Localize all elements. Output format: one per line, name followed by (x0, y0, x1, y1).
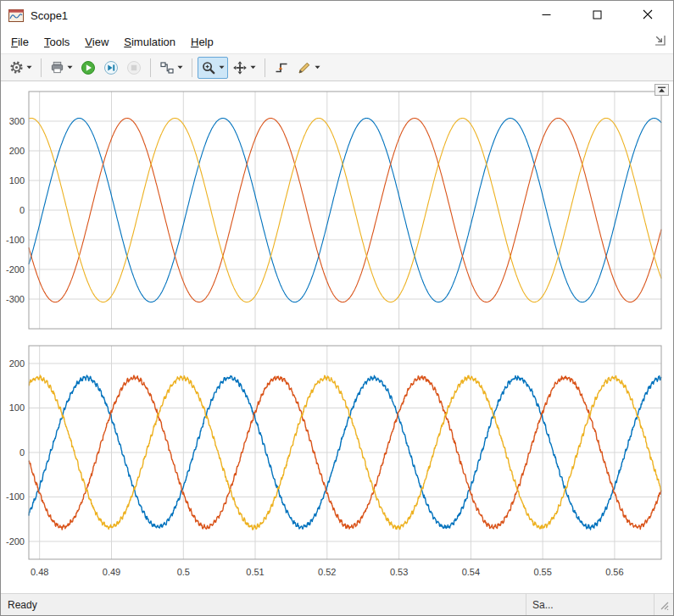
toolbar-separator (265, 58, 265, 77)
x-tick-label: 0.52 (318, 567, 336, 577)
step-forward-button[interactable] (100, 57, 122, 79)
x-tick-label: 0.56 (605, 567, 623, 577)
run-icon (81, 60, 96, 75)
status-bar: Ready Sa... (1, 593, 673, 615)
close-button[interactable] (622, 1, 673, 30)
fit-view-icon (232, 60, 248, 75)
collapse-panel-button[interactable] (655, 84, 669, 96)
dropdown-caret-icon (177, 65, 183, 69)
maximize-icon (593, 9, 602, 22)
print-button[interactable] (47, 57, 76, 79)
menu-simulation[interactable]: Simulation (116, 31, 183, 53)
y-tick-label: -200 (6, 264, 25, 275)
x-tick-label: 0.54 (462, 567, 480, 577)
fit-to-view-button[interactable] (229, 57, 259, 79)
menu-file[interactable]: File (3, 31, 36, 53)
trigger-icon (274, 60, 289, 75)
menu-tools[interactable]: Tools (36, 31, 77, 53)
window-title: Scope1 (31, 9, 68, 22)
stop-button (123, 57, 145, 79)
y-tick-label: 300 (9, 116, 25, 126)
x-tick-label: 0.51 (246, 567, 264, 577)
menu-view[interactable]: View (77, 31, 116, 53)
dropdown-caret-icon (219, 65, 225, 69)
x-tick-label: 0.49 (103, 567, 120, 577)
measurements-icon (297, 60, 312, 75)
y-tick-label: 0 (19, 447, 25, 458)
x-tick-label: 0.48 (31, 567, 48, 577)
y-tick-label: 100 (9, 175, 25, 186)
signal-selector-button[interactable] (156, 57, 187, 79)
scope-axes-1[interactable]: -300-200-1000100200300 (6, 92, 661, 329)
scope-app-icon (8, 9, 24, 22)
zoom-icon (201, 60, 216, 75)
toolbar-separator (150, 58, 151, 77)
gear-icon (9, 60, 24, 75)
minimize-button[interactable] (521, 1, 571, 30)
toolbar-separator (41, 58, 42, 77)
y-tick-label: -200 (6, 536, 25, 547)
scope-axes-2[interactable]: 0.480.490.50.510.520.530.540.550.56-200-… (6, 346, 661, 577)
scope-plots[interactable]: -300-200-10001002003000.480.490.50.510.5… (1, 81, 673, 593)
x-tick-label: 0.5 (177, 567, 190, 577)
dropdown-caret-icon (250, 65, 256, 69)
y-tick-label: -300 (6, 294, 25, 304)
y-tick-label: -100 (6, 491, 25, 502)
dropdown-caret-icon (26, 65, 32, 69)
x-tick-label: 0.53 (390, 567, 408, 577)
dock-scope-button[interactable] (653, 35, 667, 48)
y-tick-label: 200 (9, 146, 25, 156)
y-tick-label: 200 (9, 358, 25, 369)
printer-icon (50, 60, 64, 75)
menu-bar: FileToolsViewSimulationHelp (1, 30, 673, 53)
trigger-button[interactable] (270, 57, 292, 79)
signal-selector-icon (159, 60, 175, 75)
plot-region: -300-200-10001002003000.480.490.50.510.5… (1, 81, 673, 593)
title-bar: Scope1 (1, 1, 673, 30)
measurements-button[interactable] (293, 57, 324, 79)
status-text: Ready (8, 599, 37, 611)
resize-grip[interactable] (655, 594, 673, 615)
y-tick-label: -100 (6, 235, 25, 245)
arrow-up-icon (657, 84, 666, 97)
dock-icon (655, 35, 666, 48)
configuration-properties-button[interactable] (6, 57, 36, 79)
toolbar (1, 53, 673, 81)
y-tick-label: 0 (19, 205, 25, 215)
minimize-icon (542, 9, 551, 22)
scope-window: Scope1 FileToolsViewSimulationHelp -300-… (0, 0, 674, 616)
dropdown-caret-icon (315, 65, 320, 69)
step-forward-icon (103, 60, 119, 75)
toolbar-separator (192, 58, 192, 77)
x-tick-label: 0.55 (533, 567, 551, 577)
window-controls (521, 1, 673, 30)
close-icon (643, 9, 653, 22)
y-tick-label: 100 (9, 402, 25, 413)
zoom-button[interactable] (198, 57, 228, 79)
maximize-button[interactable] (571, 1, 622, 30)
stop-icon (126, 60, 142, 75)
run-button[interactable] (77, 57, 99, 79)
status-sample-text: Sa... (526, 594, 654, 615)
status-right-section: Sa... (526, 594, 673, 615)
dropdown-caret-icon (67, 65, 73, 69)
menu-help[interactable]: Help (183, 31, 221, 53)
